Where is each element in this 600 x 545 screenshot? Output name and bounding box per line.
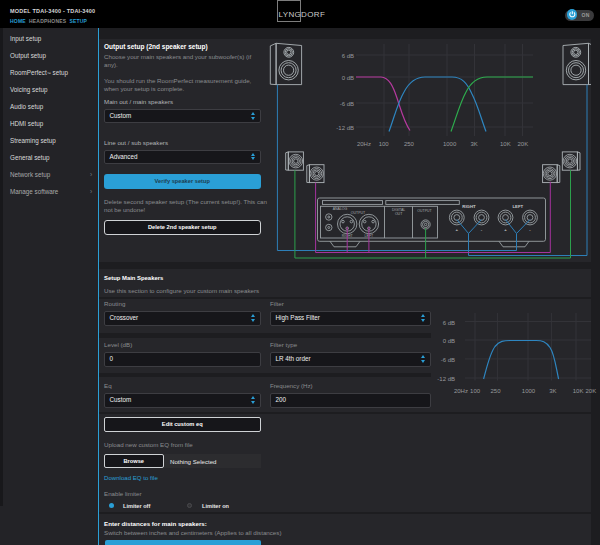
svg-text:3K: 3K [470, 141, 477, 147]
svg-text:LEFT: LEFT [512, 204, 523, 209]
svg-text:+: + [456, 227, 459, 232]
svg-text:100: 100 [470, 387, 481, 393]
svg-text:0 dB: 0 dB [443, 338, 455, 344]
svg-text:0 dB: 0 dB [342, 75, 354, 81]
svg-text:OUTPUT: OUTPUT [351, 211, 366, 215]
svg-text:RIGHT: RIGHT [462, 204, 476, 209]
svg-text:250: 250 [404, 141, 415, 147]
svg-text:3K: 3K [549, 387, 556, 393]
svg-text:-: - [481, 227, 483, 232]
svg-text:20Hz: 20Hz [357, 141, 371, 147]
svg-text:1000: 1000 [443, 141, 457, 147]
svg-text:20K: 20K [517, 141, 528, 147]
svg-text:OUTPUT: OUTPUT [417, 209, 432, 213]
svg-text:6 dB: 6 dB [342, 53, 354, 59]
svg-text:+: + [504, 227, 507, 232]
svg-text:20K: 20K [585, 387, 596, 393]
svg-text:ANALOG: ANALOG [333, 207, 348, 211]
svg-text:-12 dB: -12 dB [437, 376, 455, 382]
svg-text:100: 100 [379, 141, 390, 147]
svg-text:10K: 10K [500, 141, 511, 147]
svg-text:6 dB: 6 dB [443, 319, 455, 325]
svg-text:10K: 10K [573, 387, 584, 393]
svg-text:-6 dB: -6 dB [441, 356, 455, 362]
svg-text:20Hz: 20Hz [454, 387, 468, 393]
svg-text:-: - [529, 227, 531, 232]
svg-text:1000: 1000 [522, 387, 536, 393]
svg-text:OUT: OUT [395, 212, 403, 216]
svg-text:250: 250 [490, 387, 501, 393]
svg-text:-6 dB: -6 dB [340, 101, 354, 107]
svg-text:-12 dB: -12 dB [336, 125, 354, 131]
